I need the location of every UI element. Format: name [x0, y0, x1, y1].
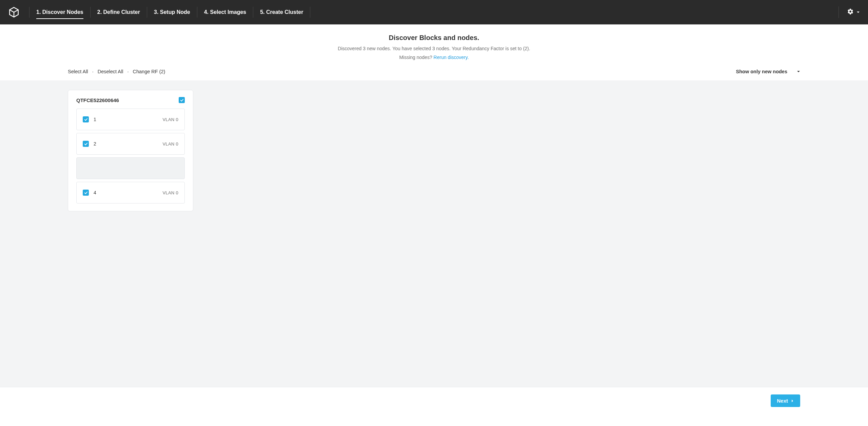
block-name: QTFCE522600646 — [76, 97, 119, 103]
chevron-down-icon — [856, 11, 860, 14]
chevron-right-icon — [791, 399, 794, 403]
page-header: Discover Blocks and nodes. Discovered 3 … — [0, 24, 868, 69]
gear-icon — [847, 8, 854, 16]
node-filter-dropdown[interactable]: Show only new nodes — [736, 69, 800, 74]
next-button[interactable]: Next — [771, 394, 800, 407]
topbar-right — [839, 6, 860, 18]
wizard-step-5[interactable]: 5. Create Cluster — [253, 0, 310, 24]
block-checkbox[interactable] — [179, 97, 185, 103]
node-row-empty — [76, 157, 185, 179]
rerun-discovery-link[interactable]: Rerun discovery. — [434, 55, 469, 60]
node-vlan: VLAN 0 — [162, 117, 178, 122]
block-card: QTFCE522600646 1 VLAN 0 2 VLAN 0 4 — [68, 90, 193, 211]
select-all-link[interactable]: Select All — [68, 69, 88, 74]
page-missing-line: Missing nodes? Rerun discovery. — [0, 55, 868, 60]
node-checkbox[interactable] — [83, 141, 89, 147]
node-vlan: VLAN 0 — [162, 141, 178, 147]
node-row[interactable]: 2 VLAN 0 — [76, 133, 185, 155]
node-row[interactable]: 4 VLAN 0 — [76, 182, 185, 204]
change-rf-link[interactable]: Change RF (2) — [133, 69, 165, 74]
node-number: 2 — [94, 141, 96, 147]
chevron-down-icon — [797, 70, 800, 73]
actionbar-left: Select All · Deselect All · Change RF (2… — [68, 69, 165, 74]
node-number: 4 — [94, 190, 96, 195]
node-row[interactable]: 1 VLAN 0 — [76, 109, 185, 130]
node-number: 1 — [94, 117, 96, 122]
deselect-all-link[interactable]: Deselect All — [98, 69, 123, 74]
wizard-steps: 1. Discover Nodes 2. Define Cluster 3. S… — [29, 0, 310, 24]
content-area: QTFCE522600646 1 VLAN 0 2 VLAN 0 4 — [0, 80, 868, 387]
separator-dot: · — [127, 69, 129, 74]
node-vlan: VLAN 0 — [162, 190, 178, 195]
wizard-step-3[interactable]: 3. Setup Node — [147, 0, 197, 24]
page-title: Discover Blocks and nodes. — [0, 34, 868, 42]
topbar: 1. Discover Nodes 2. Define Cluster 3. S… — [0, 0, 868, 24]
separator-dot: · — [92, 69, 94, 74]
actionbar: Select All · Deselect All · Change RF (2… — [0, 69, 868, 80]
filter-label: Show only new nodes — [736, 69, 787, 74]
block-header: QTFCE522600646 — [76, 97, 185, 103]
page-subtitle: Discovered 3 new nodes. You have selecte… — [0, 46, 868, 51]
node-checkbox[interactable] — [83, 190, 89, 196]
wizard-step-1[interactable]: 1. Discover Nodes — [29, 0, 90, 24]
missing-prefix: Missing nodes? — [399, 55, 432, 60]
settings-menu[interactable] — [847, 8, 860, 16]
cube-logo-icon — [8, 6, 20, 18]
footer: Next — [0, 387, 868, 414]
next-button-label: Next — [777, 398, 788, 404]
wizard-step-4[interactable]: 4. Select Images — [197, 0, 253, 24]
node-checkbox[interactable] — [83, 116, 89, 122]
wizard-step-2[interactable]: 2. Define Cluster — [91, 0, 147, 24]
